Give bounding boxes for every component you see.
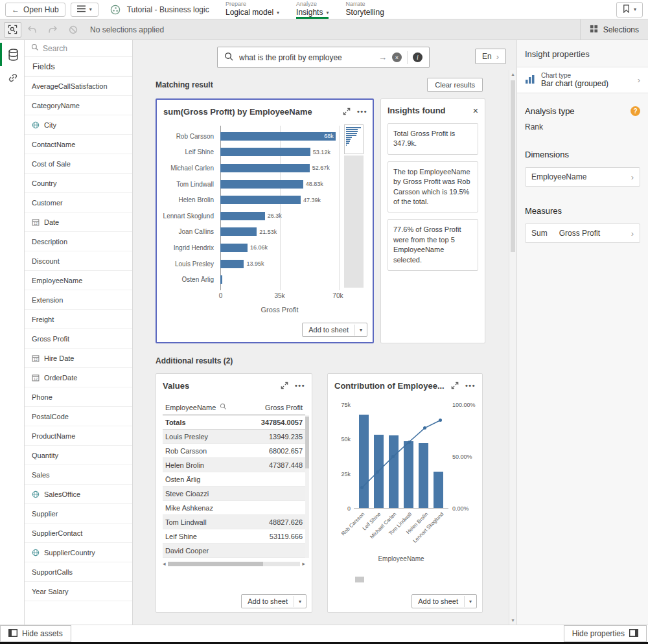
add-to-sheet-button[interactable]: Add to sheet ▾: [241, 594, 307, 608]
table-row[interactable]: Louis Presley13949.235: [163, 430, 305, 444]
bar[interactable]: 68k: [220, 132, 336, 141]
insight-item[interactable]: The top EmployeeName by Gross Profit was…: [388, 161, 478, 213]
table-row[interactable]: David Cooper: [163, 544, 305, 558]
table-vertical-scrollbar[interactable]: [305, 415, 309, 558]
clear-search-icon[interactable]: ×: [392, 52, 402, 62]
hide-properties-button[interactable]: Hide properties: [564, 625, 647, 642]
field-item[interactable]: Supplier: [25, 504, 132, 523]
expand-icon[interactable]: [451, 382, 459, 389]
scroll-left-arrow-icon[interactable]: ◂: [163, 561, 166, 567]
field-item[interactable]: 12Date: [25, 213, 132, 232]
expand-icon[interactable]: [343, 108, 351, 115]
dimension-item[interactable]: EmployeeName ›: [525, 167, 640, 187]
chart-type-row[interactable]: Chart type Bar chart (grouped) ›: [517, 67, 648, 93]
table-row[interactable]: Helen Brolin47387.448: [163, 458, 305, 472]
field-item[interactable]: 12Hire Date: [25, 349, 132, 368]
nav-prepare[interactable]: Prepare Logical model▾: [226, 0, 279, 19]
insight-search-input[interactable]: what is the profit by employee → × i: [217, 47, 430, 68]
add-to-sheet-button[interactable]: Add to sheet ▾: [411, 594, 477, 608]
field-item[interactable]: Phone: [25, 387, 132, 407]
field-item[interactable]: SupplierCountry: [25, 543, 132, 562]
field-item[interactable]: Gross Profit: [25, 329, 132, 349]
field-item[interactable]: 12OrderDate: [25, 368, 132, 387]
scrollbar-track[interactable]: [168, 562, 301, 566]
field-item[interactable]: EmployeeName: [25, 271, 132, 290]
help-icon[interactable]: ?: [631, 106, 640, 116]
insight-item[interactable]: Total Gross Profit is 347.9k.: [388, 123, 478, 155]
scrollbar-thumb[interactable]: [168, 562, 264, 566]
field-item[interactable]: Extension: [25, 290, 132, 310]
assets-search-input[interactable]: Search: [25, 40, 132, 57]
field-item[interactable]: Year Salary: [25, 582, 132, 601]
chart-scrollbar-track[interactable]: [344, 155, 364, 288]
field-item[interactable]: AverageCallSatisfaction: [25, 76, 132, 96]
bar-chart-card[interactable]: sum(Gross Profit) by EmployeeName ••• Ro…: [156, 98, 374, 343]
scroll-right-arrow-icon[interactable]: ▸: [302, 561, 305, 567]
info-icon[interactable]: i: [413, 52, 422, 62]
field-item[interactable]: SupplierContact: [25, 523, 132, 543]
bar[interactable]: [220, 227, 257, 236]
field-item[interactable]: SalesOffice: [25, 485, 132, 504]
field-item[interactable]: PostalCode: [25, 407, 132, 426]
more-menu-icon[interactable]: •••: [357, 108, 367, 115]
field-item[interactable]: ProductName: [25, 426, 132, 446]
field-item[interactable]: Freight: [25, 310, 132, 329]
more-menu-icon[interactable]: •••: [295, 382, 305, 389]
table-row[interactable]: Leif Shine53119.666: [163, 529, 305, 544]
add-to-sheet-button[interactable]: Add to sheet ▾: [302, 323, 367, 337]
field-item[interactable]: Customer: [25, 193, 132, 213]
submit-arrow-icon[interactable]: →: [378, 52, 387, 62]
bookmark-button[interactable]: ▾: [616, 2, 643, 17]
field-item[interactable]: Country: [25, 174, 132, 193]
more-menu-icon[interactable]: •••: [465, 382, 476, 389]
search-selections-button[interactable]: [4, 22, 21, 38]
selections-tool-button[interactable]: Selections: [580, 19, 648, 40]
bar[interactable]: [220, 244, 248, 252]
bar[interactable]: [220, 275, 222, 284]
field-item[interactable]: Description: [25, 232, 132, 251]
field-item[interactable]: ContactName: [25, 135, 132, 154]
bar[interactable]: [220, 196, 301, 204]
search-icon[interactable]: [220, 403, 227, 411]
step-back-icon[interactable]: [21, 25, 42, 34]
clear-selections-icon[interactable]: [63, 25, 84, 34]
bar[interactable]: [220, 148, 310, 156]
nav-analyze[interactable]: Analyze Insights▾: [296, 0, 329, 19]
bar[interactable]: [220, 164, 310, 172]
clear-results-button[interactable]: Clear results: [427, 78, 483, 92]
fields-panel-tab[interactable]: [0, 43, 24, 66]
table-row[interactable]: Rob Carsson68002.657: [163, 444, 305, 458]
table-horizontal-scrollbar[interactable]: ◂ ▸: [163, 560, 305, 568]
scrollbar-thumb[interactable]: [511, 80, 515, 252]
links-panel-tab[interactable]: [0, 66, 24, 89]
scroll-up-arrow-icon[interactable]: ▴: [509, 71, 516, 77]
field-item[interactable]: Quantity: [25, 446, 132, 465]
bar[interactable]: [220, 180, 303, 189]
field-item[interactable]: City: [25, 115, 132, 135]
measure-item[interactable]: Sum Gross Profit ›: [525, 224, 640, 243]
expand-icon[interactable]: [281, 382, 288, 389]
step-forward-icon[interactable]: [42, 25, 63, 34]
bar[interactable]: [220, 260, 244, 268]
field-item[interactable]: Sales: [25, 465, 132, 485]
close-icon[interactable]: ×: [473, 106, 478, 115]
bar[interactable]: [220, 212, 265, 220]
app-menu-button[interactable]: ▾: [71, 3, 98, 17]
table-row[interactable]: Tom Lindwall48827.626: [163, 515, 305, 529]
field-item[interactable]: CategoryName: [25, 96, 132, 115]
scroll-down-arrow-icon[interactable]: ▾: [509, 617, 516, 623]
contribution-chart-card[interactable]: Contribution of Employee... ••• 75k50k25…: [327, 373, 483, 613]
open-hub-button[interactable]: ← Open Hub: [5, 3, 65, 17]
values-table-card[interactable]: Values ••• EmployeeName Gross Profit: [156, 373, 312, 613]
language-button[interactable]: En ›: [475, 49, 506, 64]
chart-minimap[interactable]: [344, 124, 364, 154]
table-row[interactable]: Mike Ashkenaz: [163, 501, 305, 515]
field-item[interactable]: Cost of Sale: [25, 154, 132, 174]
hide-assets-button[interactable]: Hide assets: [0, 625, 71, 642]
field-item[interactable]: SupportCalls: [25, 562, 132, 582]
main-scrollbar[interactable]: ▴ ▾: [509, 70, 516, 625]
table-row[interactable]: Steve Cioazzi: [163, 487, 305, 501]
nav-narrate[interactable]: Narrate Storytelling: [345, 0, 384, 19]
field-item[interactable]: Discount: [25, 251, 132, 271]
insight-item[interactable]: 77.6% of Gross Profit were from the top …: [388, 219, 478, 271]
